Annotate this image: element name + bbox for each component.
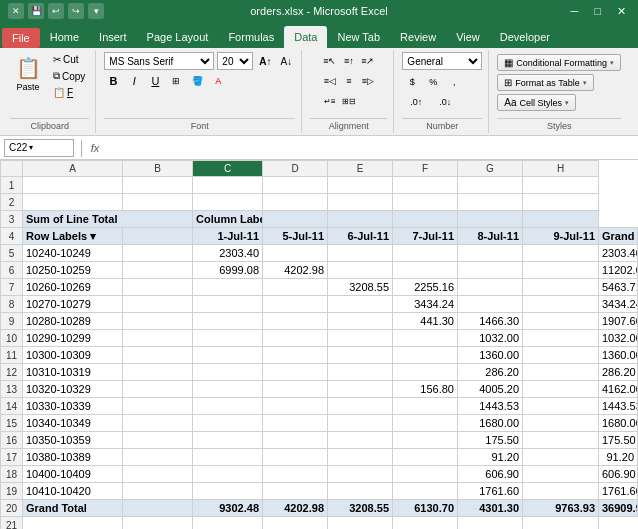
cell-6-6[interactable] bbox=[458, 262, 523, 279]
cell-14-1[interactable] bbox=[123, 398, 193, 415]
wrap-text-button[interactable]: ↵≡ bbox=[321, 92, 339, 110]
cell-16-8[interactable]: 175.50 bbox=[599, 432, 638, 449]
cell-20-2[interactable]: 9302.48 bbox=[193, 500, 263, 517]
cell-4-0[interactable]: Row Labels ▾ bbox=[23, 228, 123, 245]
cell-20-6[interactable]: 4301.30 bbox=[458, 500, 523, 517]
cell-1-4[interactable] bbox=[328, 177, 393, 194]
bold-button[interactable]: B bbox=[104, 72, 122, 90]
cell-20-5[interactable]: 6130.70 bbox=[393, 500, 458, 517]
cell-11-6[interactable]: 1360.00 bbox=[458, 347, 523, 364]
number-format-select[interactable]: General bbox=[402, 52, 482, 70]
row-header-20[interactable]: 20 bbox=[1, 500, 23, 517]
font-size-select[interactable]: 20 bbox=[217, 52, 253, 70]
row-header-2[interactable]: 2 bbox=[1, 194, 23, 211]
cell-19-0[interactable]: 10410-10420 bbox=[23, 483, 123, 500]
cell-14-8[interactable]: 1443.53 bbox=[599, 398, 638, 415]
cell-8-5[interactable]: 3434.24 bbox=[393, 296, 458, 313]
cell-8-1[interactable] bbox=[123, 296, 193, 313]
row-header-17[interactable]: 17 bbox=[1, 449, 23, 466]
cell-19-6[interactable]: 1761.60 bbox=[458, 483, 523, 500]
cell-21-4[interactable] bbox=[328, 517, 393, 530]
cell-21-5[interactable] bbox=[393, 517, 458, 530]
cell-14-0[interactable]: 10330-10339 bbox=[23, 398, 123, 415]
cell-17-2[interactable] bbox=[193, 449, 263, 466]
row-header-3[interactable]: 3 bbox=[1, 211, 23, 228]
row-header-13[interactable]: 13 bbox=[1, 381, 23, 398]
tab-new-tab[interactable]: New Tab bbox=[327, 26, 390, 48]
cell-3-8[interactable] bbox=[523, 211, 599, 228]
col-header-D[interactable]: D bbox=[263, 161, 328, 177]
tab-page-layout[interactable]: Page Layout bbox=[137, 26, 219, 48]
cell-21-7[interactable] bbox=[523, 517, 599, 530]
cell-8-8[interactable]: 3434.24 bbox=[599, 296, 638, 313]
cell-2-6[interactable] bbox=[458, 194, 523, 211]
col-header-F[interactable]: F bbox=[393, 161, 458, 177]
cell-21-1[interactable] bbox=[123, 517, 193, 530]
cell-2-0[interactable] bbox=[23, 194, 123, 211]
format-as-table-button[interactable]: ⊞ Format as Table ▾ bbox=[497, 74, 593, 91]
cell-9-5[interactable]: 441.30 bbox=[393, 313, 458, 330]
minimize-button[interactable]: ─ bbox=[567, 5, 583, 18]
cell-13-7[interactable] bbox=[523, 381, 599, 398]
redo-icon[interactable]: ↪ bbox=[68, 3, 84, 19]
cell-12-0[interactable]: 10310-10319 bbox=[23, 364, 123, 381]
formula-input[interactable] bbox=[103, 139, 634, 157]
cell-20-4[interactable]: 3208.55 bbox=[328, 500, 393, 517]
align-center-button[interactable]: ≡ bbox=[340, 72, 358, 90]
cell-18-5[interactable] bbox=[393, 466, 458, 483]
cell-10-8[interactable]: 1032.00 bbox=[599, 330, 638, 347]
cell-12-4[interactable] bbox=[328, 364, 393, 381]
align-top-left-button[interactable]: ≡↖ bbox=[321, 52, 339, 70]
cell-12-6[interactable]: 286.20 bbox=[458, 364, 523, 381]
cell-5-3[interactable] bbox=[263, 245, 328, 262]
row-header-8[interactable]: 8 bbox=[1, 296, 23, 313]
cell-5-6[interactable] bbox=[458, 245, 523, 262]
restore-button[interactable]: □ bbox=[590, 5, 605, 18]
cell-19-7[interactable] bbox=[523, 483, 599, 500]
cell-18-3[interactable] bbox=[263, 466, 328, 483]
cell-2-4[interactable] bbox=[328, 194, 393, 211]
row-header-6[interactable]: 6 bbox=[1, 262, 23, 279]
percent-button[interactable]: % bbox=[423, 73, 443, 91]
col-header-A[interactable]: A bbox=[23, 161, 123, 177]
cell-12-5[interactable] bbox=[393, 364, 458, 381]
cell-10-6[interactable]: 1032.00 bbox=[458, 330, 523, 347]
cell-17-5[interactable] bbox=[393, 449, 458, 466]
decrease-font-button[interactable]: A↓ bbox=[277, 52, 295, 70]
cell-6-5[interactable] bbox=[393, 262, 458, 279]
undo-icon[interactable]: ↩ bbox=[48, 3, 64, 19]
col-header-B[interactable]: B bbox=[123, 161, 193, 177]
row-header-11[interactable]: 11 bbox=[1, 347, 23, 364]
col-header-E[interactable]: E bbox=[328, 161, 393, 177]
row-header-21[interactable]: 21 bbox=[1, 517, 23, 530]
cell-1-1[interactable] bbox=[123, 177, 193, 194]
cell-16-2[interactable] bbox=[193, 432, 263, 449]
cell-17-8[interactable]: 91.20 bbox=[599, 449, 638, 466]
cell-2-7[interactable] bbox=[523, 194, 599, 211]
cell-3-7[interactable] bbox=[458, 211, 523, 228]
cell-5-0[interactable]: 10240-10249 bbox=[23, 245, 123, 262]
cell-18-0[interactable]: 10400-10409 bbox=[23, 466, 123, 483]
cell-9-7[interactable] bbox=[523, 313, 599, 330]
cell-15-2[interactable] bbox=[193, 415, 263, 432]
cell-16-1[interactable] bbox=[123, 432, 193, 449]
cell-12-1[interactable] bbox=[123, 364, 193, 381]
cell-13-6[interactable]: 4005.20 bbox=[458, 381, 523, 398]
cell-18-6[interactable]: 606.90 bbox=[458, 466, 523, 483]
row-header-15[interactable]: 15 bbox=[1, 415, 23, 432]
cell-12-3[interactable] bbox=[263, 364, 328, 381]
cell-16-5[interactable] bbox=[393, 432, 458, 449]
more-icon[interactable]: ▾ bbox=[88, 3, 104, 19]
cell-4-7[interactable]: 9-Jul-11 bbox=[523, 228, 599, 245]
close-button[interactable]: ✕ bbox=[613, 5, 630, 18]
cell-16-7[interactable] bbox=[523, 432, 599, 449]
cell-8-3[interactable] bbox=[263, 296, 328, 313]
cell-17-4[interactable] bbox=[328, 449, 393, 466]
cell-3-5[interactable] bbox=[328, 211, 393, 228]
row-header-18[interactable]: 18 bbox=[1, 466, 23, 483]
cell-12-2[interactable] bbox=[193, 364, 263, 381]
cell-9-1[interactable] bbox=[123, 313, 193, 330]
cell-styles-button[interactable]: Aa Cell Styles ▾ bbox=[497, 94, 576, 111]
cell-8-6[interactable] bbox=[458, 296, 523, 313]
align-left-button[interactable]: ≡◁ bbox=[321, 72, 339, 90]
